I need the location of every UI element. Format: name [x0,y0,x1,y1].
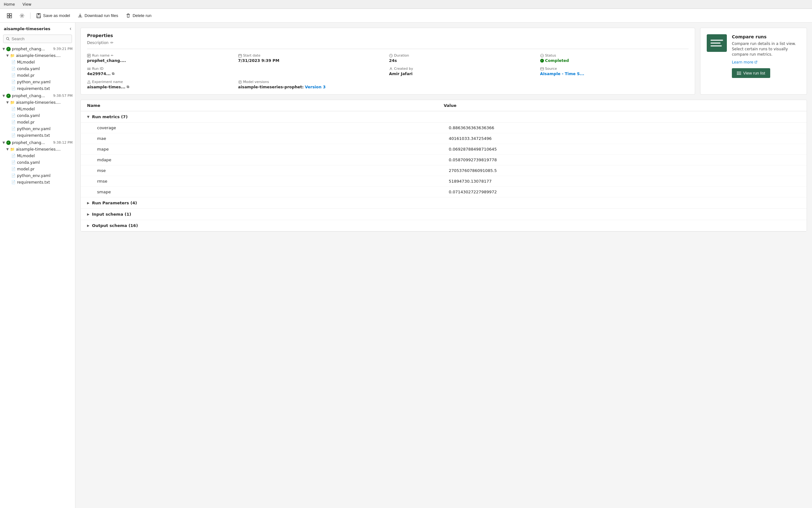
metric-name-coverage: coverage [97,125,449,130]
run3-file-modelpr[interactable]: 📄 model.pr [0,166,75,172]
run1-folder-label: aisample-timeseries.... [16,53,61,58]
compare-runs-card: Compare runs Compare run details in a li… [700,28,807,95]
prop-source-value: AIsample - Time S... [540,71,689,76]
metric-name-rmse: rmse [97,179,449,183]
run2-file-pythonenv[interactable]: 📄 python_env.yaml [0,125,75,132]
compare-runs-desc: Compare run details in a list view. Sele… [732,41,800,57]
run3-file-requirements[interactable]: 📄 requirements.txt [0,179,75,185]
prop-created-by: Created by Amir Jafari [389,67,538,76]
run1-file-modelpr[interactable]: 📄 model.pr [0,72,75,79]
run3-file-pythonenv[interactable]: 📄 python_env.yaml [0,172,75,179]
menu-bar: Home View [0,0,812,9]
prop-model-versions: Model versions aisample-timeseries-proph… [238,80,387,89]
svg-point-4 [21,15,23,16]
sidebar-item-run2-folder[interactable]: ▼ 📁 aisample-timeseries.... [0,99,75,105]
model-version-link[interactable]: Version 3 [305,85,325,89]
copy-icon-experiment[interactable]: ⧉ [127,85,129,89]
main-layout: aisample-timeseries ‹ ▼ prophet_chang...… [0,23,812,508]
run2-file-modelpr[interactable]: 📄 model.pr [0,119,75,125]
menu-view[interactable]: View [21,2,32,7]
metric-value-rmse: 51894730.13078177 [449,179,800,183]
prop-run-id-value: 4e29974... ⧉ [87,71,387,76]
file-icon: 📄 [11,160,16,164]
run3-file-mlmodel[interactable]: 📄 MLmodel [0,153,75,159]
prop-run-id-label: Run ID [87,67,387,71]
section-output-schema[interactable]: ▶ Output schema (16) [81,220,807,231]
metrics-table-header: Name Value [81,100,807,111]
col-header-value: Value [444,103,800,108]
search-input[interactable] [12,37,69,41]
run1-file-mlmodel[interactable]: 📄 MLmodel [0,59,75,66]
sidebar-title: aisample-timeseries [4,27,50,31]
folder-icon: 📁 [10,147,15,152]
svg-rect-7 [37,16,40,17]
view-run-list-button[interactable]: View run list [732,68,770,78]
metric-row-smape: smape 0.07143027227989972 [81,187,807,198]
metric-name-mse: mse [97,168,449,173]
section-run-parameters[interactable]: ▶ Run Parameters (4) [81,198,807,209]
svg-rect-0 [7,13,9,15]
run1-file-pythonenv-label: python_env.yaml [17,80,51,84]
sidebar-item-run2[interactable]: ▼ prophet_chang... 9:38:57 PM [0,92,75,99]
toolbar: Save as model Download run files Delete … [0,9,812,23]
chevron-down-icon: ▼ [6,100,9,104]
prop-created-by-label: Created by [389,67,538,71]
metric-row-mae: mae 40161033.34725496 [81,133,807,144]
edit-icon[interactable]: ✏ [110,41,114,45]
run-name-edit-icon[interactable]: ✏ [111,54,114,57]
svg-rect-6 [38,13,40,15]
svg-rect-1 [10,13,12,15]
delete-run-label: Delete run [133,13,151,18]
thumb-line1 [711,40,723,41]
chevron-down-icon: ▼ [87,115,90,119]
prop-status: Status Completed [540,53,689,63]
prop-run-name: Run name ✏ prophet_chang.... [87,53,236,63]
run2-file-conda-label: conda.yaml [17,113,40,118]
experiment-icon [87,80,91,84]
copy-icon[interactable]: ⧉ [112,72,115,76]
file-icon: 📄 [11,114,16,118]
run1-file-conda[interactable]: 📄 conda.yaml [0,66,75,72]
col-header-name: Name [87,103,444,108]
save-as-model-button[interactable]: Save as model [33,12,73,20]
description-label: Description [87,41,108,45]
run1-file-pythonenv[interactable]: 📄 python_env.yaml [0,79,75,85]
section-input-schema[interactable]: ▶ Input schema (1) [81,209,807,220]
sidebar-item-run3-folder[interactable]: ▼ 📁 aisample-timeseries.... [0,146,75,153]
settings-icon-button[interactable] [16,12,28,20]
svg-point-12 [541,54,544,57]
learn-more-link[interactable]: Learn more [732,60,800,65]
status-completed-icon-run2 [6,94,11,98]
sidebar-item-run3[interactable]: ▼ prophet_chang... 9:38:12 PM [0,139,75,146]
prop-run-name-label: Run name ✏ [87,53,236,57]
run2-file-mlmodel[interactable]: 📄 MLmodel [0,105,75,112]
menu-home[interactable]: Home [2,2,16,7]
run1-label: prophet_chang... [12,46,45,51]
folder-icon: 📁 [10,100,15,105]
chevron-down-icon: ▼ [2,141,5,144]
squares-icon-button[interactable] [4,12,15,20]
prop-source: Source AIsample - Time S... [540,67,689,76]
run1-file-requirements[interactable]: 📄 requirements.txt [0,85,75,92]
compare-runs-title: Compare runs [732,34,800,39]
prop-duration: Duration 24s [389,53,538,63]
chevron-right-icon: ▶ [87,224,90,227]
prop-status-label: Status [540,53,689,57]
gear-icon [19,13,25,18]
sidebar-collapse-button[interactable]: ‹ [70,26,71,32]
sidebar-item-run1[interactable]: ▼ prophet_chang... 9:39:21 PM [0,46,75,52]
section-run-metrics[interactable]: ▼ Run metrics (7) [81,111,807,123]
sidebar-item-run1-folder[interactable]: ▼ 📁 aisample-timeseries.... [0,52,75,59]
delete-run-button[interactable]: Delete run [123,12,154,20]
chevron-right-icon: ▶ [87,201,90,205]
section-run-metrics-title: Run metrics (7) [92,115,128,119]
metric-value-mae: 40161033.34725496 [449,136,800,141]
sidebar: aisample-timeseries ‹ ▼ prophet_chang...… [0,23,76,508]
checkmark-icon [540,54,544,57]
download-run-files-button[interactable]: Download run files [75,12,121,20]
chevron-down-icon: ▼ [6,147,9,151]
run2-file-conda[interactable]: 📄 conda.yaml [0,112,75,119]
run2-file-requirements[interactable]: 📄 requirements.txt [0,132,75,139]
run3-file-conda[interactable]: 📄 conda.yaml [0,159,75,166]
metric-value-mape: 0.06928788498710645 [449,147,800,152]
